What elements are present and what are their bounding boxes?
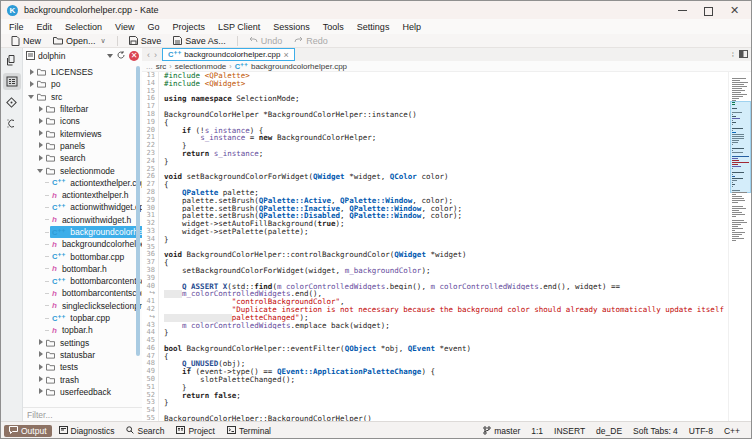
expand-icon[interactable] [28, 69, 35, 76]
tree-item-topbar-h[interactable]: htopbar.h [23, 324, 142, 336]
expand-icon[interactable] [37, 339, 44, 346]
tree-item-icons[interactable]: icons [23, 115, 142, 127]
expand-icon[interactable] [37, 130, 44, 137]
expand-icon[interactable] [37, 142, 44, 149]
menu-item-lsp-client[interactable]: LSP Client [218, 22, 260, 32]
expand-icon[interactable] [37, 118, 44, 125]
save-button[interactable]: Save [125, 35, 166, 47]
chevron-down-icon[interactable] [107, 54, 113, 58]
tree-item-backgroundcolorhelper-h[interactable]: hbackgroundcolorhelper.h [23, 238, 142, 250]
tree-item-bottombarcontentscont-[interactable]: C⁺⁺bottombarcontentscont... [23, 275, 142, 287]
tree-item-statusbar[interactable]: statusbar [23, 349, 142, 361]
projects-icon[interactable] [3, 73, 21, 90]
tab-forward-icon[interactable]: › [154, 50, 157, 60]
tab-back-icon[interactable]: ‹ [147, 50, 150, 60]
output-toolview-button[interactable]: Output [4, 425, 52, 437]
tree-item-settings[interactable]: settings [23, 337, 142, 349]
reload-icon[interactable] [116, 50, 126, 62]
terminal-toolview-button[interactable]: Terminal [222, 425, 276, 437]
tree-item-kitemviews[interactable]: kitemviews [23, 127, 142, 139]
tree-item-po[interactable]: po [23, 78, 142, 90]
status-c++[interactable]: C++ [724, 426, 740, 436]
expand-icon[interactable] [37, 364, 44, 371]
minimize-button[interactable] [678, 6, 687, 15]
open-button[interactable]: Open... ∨ [49, 35, 110, 47]
tree-item-src[interactable]: src [23, 91, 142, 103]
code-view[interactable]: 13#include <QPalette>14#include <QWidget… [142, 72, 728, 421]
menu-item-tools[interactable]: Tools [323, 22, 344, 32]
tree-item-licenses[interactable]: LICENSES [23, 66, 142, 78]
status-insert[interactable]: INSERT [554, 426, 585, 436]
tree-item-singleclickselectionproxy-[interactable]: hsingleclickselectionproxy... [23, 300, 142, 312]
git-icon[interactable] [3, 94, 21, 111]
collapse-icon[interactable] [37, 167, 44, 174]
expand-icon[interactable] [37, 376, 44, 383]
status-soft-tabs-4[interactable]: Soft Tabs: 4 [633, 426, 678, 436]
expand-icon[interactable] [37, 155, 44, 162]
tree-item-actiontexthelper-cpp[interactable]: C⁺⁺actiontexthelper.cpp [23, 177, 142, 189]
minimap-scrollbar[interactable] [728, 72, 752, 421]
tree-item-bottombarcontentscont-[interactable]: hbottombarcontentscont... [23, 287, 142, 299]
menu-item-settings[interactable]: Settings [357, 22, 390, 32]
menu-item-sessions[interactable]: Sessions [273, 22, 310, 32]
tree-item-actionwithwidget-h[interactable]: hactionwithwidget.h [23, 214, 142, 226]
tree-item-panels[interactable]: panels [23, 140, 142, 152]
tree-item-search[interactable]: search [23, 152, 142, 164]
tree-item-userfeedback[interactable]: userfeedback [23, 386, 142, 398]
tree-item-trash[interactable]: trash [23, 373, 142, 385]
maximize-button[interactable] [704, 6, 713, 15]
breadcrumb-item[interactable]: src [156, 62, 167, 71]
code-line: 27{ [142, 181, 728, 189]
expand-icon[interactable] [37, 388, 44, 395]
status-de-de[interactable]: de_DE [596, 426, 622, 436]
symbols-icon[interactable] [3, 115, 21, 132]
tree-item-actionwithwidget-cpp[interactable]: C⁺⁺actionwithwidget.cpp [23, 201, 142, 213]
menu-item-selection[interactable]: Selection [65, 22, 102, 32]
status-1-1[interactable]: 1:1 [531, 426, 543, 436]
filter-input[interactable] [23, 407, 142, 421]
redo-button[interactable]: Redo [290, 35, 332, 47]
new-button[interactable]: New [7, 35, 45, 47]
split-view-icon[interactable] [739, 50, 748, 60]
tree-item-actiontexthelper-h[interactable]: hactiontexthelper.h [23, 189, 142, 201]
close-project-icon[interactable]: ✕ [129, 51, 139, 61]
breadcrumb-item[interactable]: selectionmode [175, 62, 227, 71]
status-utf-8[interactable]: UTF-8 [689, 426, 713, 436]
minimap-visible-region[interactable] [730, 101, 751, 193]
tree-guide-tick [45, 207, 49, 208]
menu-item-view[interactable]: View [115, 22, 134, 32]
project-selector[interactable]: dolphin [38, 51, 104, 61]
tab-backgroundcolorhelper[interactable]: C⁺⁺ backgroundcolorhelper.cpp × [162, 48, 295, 61]
open-dropdown-icon[interactable]: ∨ [101, 37, 106, 45]
menu-item-help[interactable]: Help [402, 22, 421, 32]
menu-item-file[interactable]: File [9, 22, 24, 32]
tree-item-bottombar-h[interactable]: hbottombar.h [23, 263, 142, 275]
tree-item-backgroundcolorhelper-c-[interactable]: C⁺⁺backgroundcolorhelper.c... [23, 226, 142, 238]
collapse-icon[interactable] [28, 93, 35, 100]
breadcrumb-item[interactable]: backgroundcolorhelper.cpp [251, 62, 347, 71]
expand-icon[interactable] [28, 81, 35, 88]
status-master[interactable]: master [483, 426, 520, 437]
tree-item-tests[interactable]: tests [23, 361, 142, 373]
menu-item-projects[interactable]: Projects [172, 22, 205, 32]
folder-icon [37, 93, 46, 101]
expand-icon[interactable] [37, 351, 44, 358]
search-toolview-button[interactable]: Search [121, 425, 169, 437]
tree-item-filterbar[interactable]: filterbar [23, 103, 142, 115]
diagnostics-toolview-button[interactable]: Diagnostics [54, 425, 120, 437]
breadcrumb-overflow-icon[interactable]: ... [146, 62, 153, 71]
tree-scrollbar[interactable] [136, 66, 140, 356]
project-toolview-button[interactable]: Project [171, 425, 219, 437]
tree-item-topbar-cpp[interactable]: C⁺⁺topbar.cpp [23, 312, 142, 324]
menu-item-go[interactable]: Go [147, 22, 159, 32]
quick-open-icon[interactable]: ⁞ [732, 50, 734, 59]
expand-icon[interactable] [37, 106, 44, 113]
close-button[interactable]: ✕ [730, 6, 739, 15]
tab-close-icon[interactable]: × [283, 50, 288, 60]
tree-item-bottombar-cpp[interactable]: C⁺⁺bottombar.cpp [23, 250, 142, 262]
save-as-button[interactable]: Save As... [169, 35, 230, 47]
documents-icon[interactable] [3, 52, 21, 69]
undo-button[interactable]: Undo [245, 35, 287, 47]
menu-item-edit[interactable]: Edit [37, 22, 53, 32]
tree-item-selectionmode[interactable]: selectionmode [23, 164, 142, 176]
